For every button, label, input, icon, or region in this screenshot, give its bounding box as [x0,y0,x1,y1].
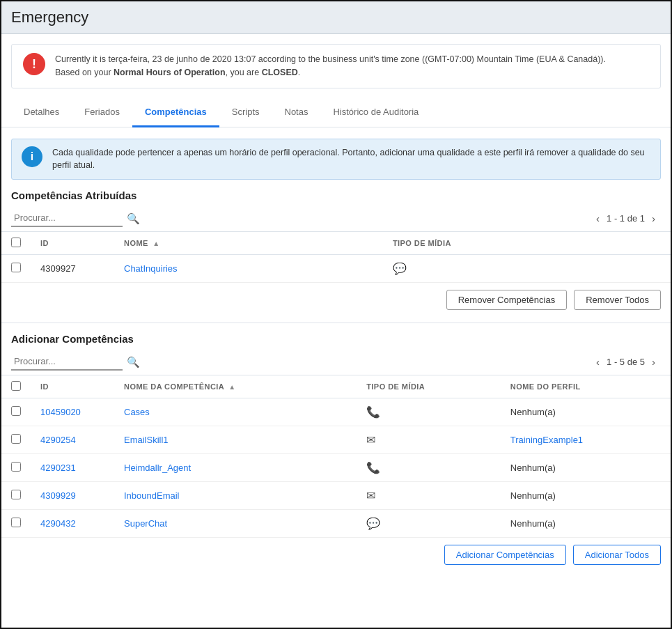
chat-icon: 💬 [393,263,407,274]
add-skills-table-header-row: ID NOME DA COMPETÊNCIA ▲ TIPO DE MÍDIA N… [1,375,671,398]
assigned-skills-header: Competências Atribuídas [1,180,671,205]
add-row-0-nome-perfil: Nenhum(a) [501,398,671,426]
add-skills-col-tipo-midia: TIPO DE MÍDIA [357,375,501,398]
add-row-1-tipo-midia: ✉ [357,426,501,454]
assigned-skills-page-info: 1 - 1 de 1 [607,213,645,224]
assigned-skills-next-page[interactable]: › [649,211,658,226]
add-row-1-nome-perfil[interactable]: TrainingExample1 [501,426,671,454]
add-skills-search-input[interactable] [11,353,123,371]
page-title: Emergency [11,8,88,26]
assigned-row-checkbox[interactable] [11,263,21,272]
assigned-skills-table-container: ID NOME ▲ TIPO DE MÍDIA 4309927 ChatInqu… [1,231,671,282]
add-row-0-tipo-midia: 📞 [357,398,501,426]
add-row-3-nome[interactable]: InboundEmail [114,482,357,510]
add-row-1-checkbox[interactable] [11,434,21,444]
add-skills-col-nome-competencia: NOME DA COMPETÊNCIA ▲ [114,375,357,398]
assigned-skills-select-all-checkbox[interactable] [11,238,21,247]
add-skills-col-checkbox [1,375,31,398]
remove-skills-button[interactable]: Remover Competências [446,290,567,310]
tab-detalhes[interactable]: Detalhes [11,98,72,127]
alert-icon: ! [23,53,45,75]
phone-icon: 📞 [366,406,380,418]
assigned-skills-table: ID NOME ▲ TIPO DE MÍDIA 4309927 ChatInqu… [1,231,671,282]
table-row: 4290231 Heimdallr_Agent 📞 Nenhum(a) [1,454,671,482]
table-row: 4309929 InboundEmail ✉ Nenhum(a) [1,482,671,510]
assigned-skills-sort-nome-icon[interactable]: ▲ [153,240,159,247]
tab-feriados[interactable]: Feriados [72,98,132,127]
add-row-0-nome[interactable]: Cases [114,398,357,426]
add-row-4-nome[interactable]: SuperChat [114,510,357,538]
add-skills-header: Adicionar Competências [1,323,671,349]
assigned-row-id: 4309927 [31,255,114,283]
assigned-skills-table-header-row: ID NOME ▲ TIPO DE MÍDIA [1,232,671,255]
add-row-3-tipo-midia: ✉ [357,482,501,510]
assigned-row-checkbox-cell [1,255,31,283]
assigned-row-nome[interactable]: ChatInquiries [114,255,383,283]
assigned-row-tipo-midia: 💬 [383,255,671,283]
assigned-skills-col-nome: NOME ▲ [114,232,383,255]
assigned-skills-search-input[interactable] [11,210,123,227]
email-icon: ✉ [366,490,375,502]
add-skills-action-row: Adicionar Competências Adicionar Todos [1,537,671,572]
assigned-skills-search-icon[interactable]: 🔍 [127,212,140,225]
add-skills-button[interactable]: Adicionar Competências [444,545,566,565]
add-row-2-tipo-midia: 📞 [357,454,501,482]
info-text: Cada qualidade pode pertencer a apenas u… [52,146,650,173]
add-row-4-checkbox[interactable] [11,518,21,527]
add-row-3-checkbox[interactable] [11,490,21,499]
alert-banner: ! Currently it is terça-feira, 23 de jun… [11,44,661,88]
table-row: 10459020 Cases 📞 Nenhum(a) [1,398,671,426]
page-header: Emergency [1,1,671,34]
remove-all-button[interactable]: Remover Todos [574,290,661,310]
tabs-bar: Detalhes Feriados Competências Scripts N… [1,98,671,127]
info-icon: i [22,146,42,167]
add-row-2-checkbox[interactable] [11,462,21,472]
add-row-3-nome-perfil: Nenhum(a) [501,482,671,510]
add-row-1-id[interactable]: 4290254 [31,426,114,454]
add-skills-sort-nome-icon[interactable]: ▲ [228,383,235,391]
tab-competencias[interactable]: Competências [132,98,219,127]
add-row-4-tipo-midia: 💬 [357,510,501,538]
add-row-2-nome[interactable]: Heimdallr_Agent [114,454,357,482]
add-row-2-nome-perfil: Nenhum(a) [501,454,671,482]
assigned-skills-action-row: Remover Competências Remover Todos [1,282,671,317]
add-skills-pagination: ‹ 1 - 5 de 5 › [593,355,661,369]
add-skills-prev-page[interactable]: ‹ [593,355,602,369]
add-row-0-id[interactable]: 10459020 [31,398,114,426]
assigned-skills-col-checkbox [1,232,31,255]
add-skills-select-all-checkbox[interactable] [11,381,21,391]
add-skills-table-container: ID NOME DA COMPETÊNCIA ▲ TIPO DE MÍDIA N… [1,375,671,537]
add-skills-page-info: 1 - 5 de 5 [607,357,645,367]
add-skills-col-nome-perfil: NOME DO PERFIL [501,375,671,398]
add-row-4-nome-perfil: Nenhum(a) [501,510,671,538]
alert-text: Currently it is terça-feira, 23 de junho… [55,53,606,79]
assigned-skills-pagination: ‹ 1 - 1 de 1 › [593,211,661,226]
info-banner: i Cada qualidade pode pertencer a apenas… [11,139,661,180]
tab-notas[interactable]: Notas [272,98,321,127]
tab-historico[interactable]: Histórico de Auditoria [320,98,431,127]
chat-icon: 💬 [366,518,380,529]
email-icon: ✉ [366,434,375,446]
add-row-4-id[interactable]: 4290432 [31,510,114,538]
add-row-2-id[interactable]: 4290231 [31,454,114,482]
assigned-skills-col-id: ID [31,232,114,255]
add-skills-col-id: ID [31,375,114,398]
add-row-0-checkbox[interactable] [11,406,21,416]
add-row-3-id[interactable]: 4309929 [31,482,114,510]
table-row: 4290432 SuperChat 💬 Nenhum(a) [1,510,671,538]
assigned-skills-col-tipo-midia: TIPO DE MÍDIA [383,232,671,255]
assigned-skills-prev-page[interactable]: ‹ [593,211,602,226]
assigned-skills-search-bar: 🔍 ‹ 1 - 1 de 1 › [1,205,671,231]
add-skills-next-page[interactable]: › [649,355,658,369]
table-row: 4290254 EmailSkill1 ✉ TrainingExample1 [1,426,671,454]
add-skills-search-bar: 🔍 ‹ 1 - 5 de 5 › [1,349,671,375]
add-skills-table: ID NOME DA COMPETÊNCIA ▲ TIPO DE MÍDIA N… [1,375,671,537]
table-row: 4309927 ChatInquiries 💬 [1,255,671,283]
tab-scripts[interactable]: Scripts [219,98,272,127]
phone-icon: 📞 [366,462,380,474]
add-row-1-nome[interactable]: EmailSkill1 [114,426,357,454]
add-skills-search-icon[interactable]: 🔍 [127,356,140,368]
add-all-button[interactable]: Adicionar Todos [573,545,661,565]
